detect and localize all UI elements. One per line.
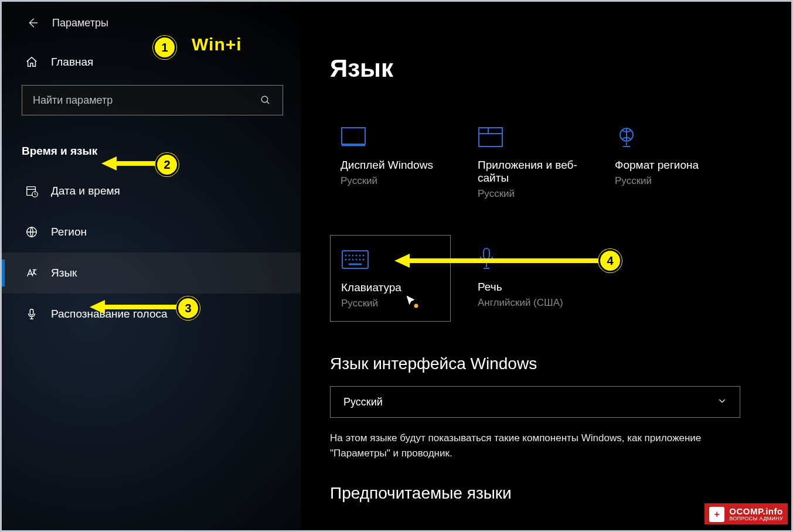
- window-icon: [478, 124, 578, 151]
- interface-lang-description: На этом языке будут показываться такие к…: [330, 431, 750, 461]
- annotation-marker-3: 3: [176, 296, 200, 320]
- sidebar-item-label: Распознавание голоса: [51, 308, 168, 320]
- svg-rect-8: [342, 128, 365, 144]
- main-content: Язык Дисплей Windows Русский Приложения …: [301, 2, 791, 530]
- monitor-icon: [341, 124, 441, 151]
- language-tiles: Дисплей Windows Русский Приложения и веб…: [330, 113, 750, 322]
- sidebar-item-label: Язык: [51, 267, 77, 279]
- sidebar-item-language[interactable]: Язык: [2, 253, 301, 294]
- annotation-tip-text: Win+i: [192, 35, 242, 54]
- tile-apps[interactable]: Приложения и веб-сайты Русский: [467, 113, 588, 212]
- arrow-left-icon: [26, 16, 39, 29]
- app-title: Параметры: [52, 17, 108, 29]
- home-label: Главная: [51, 56, 93, 69]
- svg-rect-10: [479, 128, 502, 146]
- tile-title: Дисплей Windows: [341, 159, 441, 172]
- tile-sub: Русский: [341, 175, 441, 187]
- svg-point-35: [414, 304, 418, 308]
- watermark-line2: ВОПРОСЫ АДМИНУ: [729, 516, 783, 521]
- tile-sub: Русский: [341, 298, 441, 309]
- tile-title: Клавиатура: [341, 281, 441, 294]
- svg-point-1: [261, 96, 268, 103]
- cursor-icon: [404, 294, 420, 310]
- keyboard-icon: [341, 246, 441, 273]
- svg-rect-28: [484, 248, 489, 259]
- search-icon: [259, 94, 272, 107]
- preferred-lang-heading: Предпочитаемые языки: [330, 484, 750, 503]
- sidebar-item-label: Регион: [51, 226, 87, 238]
- plus-icon: +: [709, 507, 724, 522]
- sidebar-item-speech[interactable]: Распознавание голоса: [2, 294, 301, 335]
- sidebar-item-label: Дата и время: [51, 185, 120, 197]
- tile-keyboard[interactable]: Клавиатура Русский: [330, 235, 451, 322]
- microphone-icon: [25, 308, 38, 320]
- dropdown-value: Русский: [343, 396, 383, 408]
- tile-display[interactable]: Дисплей Windows Русский: [330, 113, 451, 212]
- home-icon: [25, 56, 38, 69]
- chevron-down-icon: [717, 396, 727, 408]
- watermark-line1: OCOMP.info: [729, 507, 783, 516]
- watermark-badge: + OCOMP.info ВОПРОСЫ АДМИНУ: [704, 503, 788, 524]
- sidebar: Параметры Главная Время и язык Дата и вр…: [2, 2, 301, 530]
- microphone-icon: [478, 245, 578, 272]
- tile-title: Приложения и веб-сайты: [478, 159, 578, 185]
- back-button[interactable]: [25, 16, 39, 30]
- language-icon: [25, 267, 38, 279]
- interface-lang-dropdown[interactable]: Русский: [330, 386, 740, 418]
- svg-rect-7: [30, 309, 33, 315]
- tile-speech[interactable]: Речь Английский (США): [467, 235, 588, 322]
- interface-lang-heading: Язык интерфейса Windows: [330, 354, 750, 373]
- tile-sub: Русский: [615, 175, 716, 187]
- sidebar-item-region[interactable]: Регион: [2, 212, 301, 253]
- sidebar-item-datetime[interactable]: Дата и время: [2, 170, 301, 212]
- tile-title: Формат региона: [615, 159, 716, 172]
- tile-sub: Английский (США): [478, 297, 578, 309]
- tile-title: Речь: [478, 281, 578, 294]
- home-button[interactable]: Главная: [2, 42, 301, 83]
- tile-region[interactable]: Формат региона Русский: [604, 113, 725, 212]
- search-input-container[interactable]: [22, 85, 283, 115]
- calendar-clock-icon: [25, 185, 38, 197]
- page-title: Язык: [330, 54, 750, 83]
- annotation-marker-1: 1: [153, 36, 176, 59]
- search-input[interactable]: [33, 94, 259, 107]
- annotation-marker-4: 4: [598, 249, 622, 272]
- tile-sub: Русский: [478, 188, 578, 200]
- sidebar-section-title: Время и язык: [2, 132, 301, 170]
- svg-line-2: [267, 101, 269, 104]
- globe-stand-icon: [615, 124, 716, 151]
- annotation-marker-2: 2: [155, 153, 179, 176]
- globe-icon: [25, 226, 38, 238]
